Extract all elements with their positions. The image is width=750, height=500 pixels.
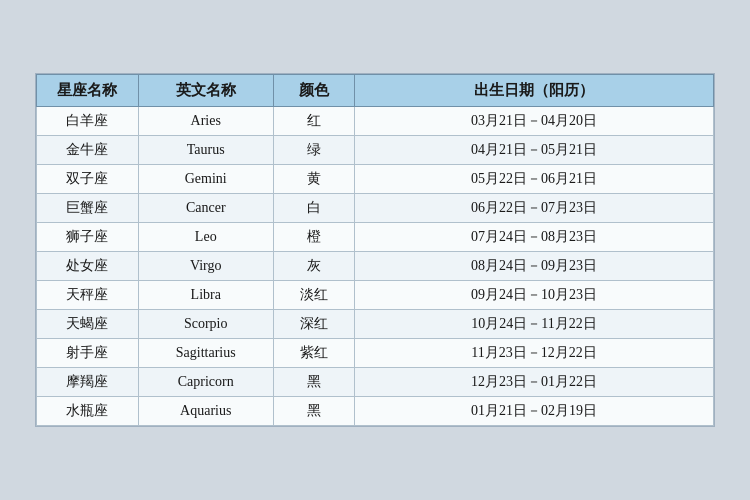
table-row: 处女座Virgo灰08月24日－09月23日 bbox=[37, 252, 714, 281]
table-row: 水瓶座Aquarius黑01月21日－02月19日 bbox=[37, 397, 714, 426]
cell-date: 05月22日－06月21日 bbox=[355, 165, 714, 194]
cell-color: 紫红 bbox=[273, 339, 354, 368]
cell-color: 黑 bbox=[273, 397, 354, 426]
cell-color: 黑 bbox=[273, 368, 354, 397]
cell-cn: 白羊座 bbox=[37, 107, 139, 136]
cell-en: Gemini bbox=[138, 165, 273, 194]
table-body: 白羊座Aries红03月21日－04月20日金牛座Taurus绿04月21日－0… bbox=[37, 107, 714, 426]
table-row: 摩羯座Capricorn黑12月23日－01月22日 bbox=[37, 368, 714, 397]
table-row: 天秤座Libra淡红09月24日－10月23日 bbox=[37, 281, 714, 310]
cell-color: 白 bbox=[273, 194, 354, 223]
cell-color: 深红 bbox=[273, 310, 354, 339]
cell-color: 黄 bbox=[273, 165, 354, 194]
cell-en: Aries bbox=[138, 107, 273, 136]
cell-en: Sagittarius bbox=[138, 339, 273, 368]
table-row: 天蝎座Scorpio深红10月24日－11月22日 bbox=[37, 310, 714, 339]
cell-en: Cancer bbox=[138, 194, 273, 223]
cell-cn: 水瓶座 bbox=[37, 397, 139, 426]
cell-cn: 射手座 bbox=[37, 339, 139, 368]
cell-color: 灰 bbox=[273, 252, 354, 281]
table-row: 白羊座Aries红03月21日－04月20日 bbox=[37, 107, 714, 136]
cell-date: 06月22日－07月23日 bbox=[355, 194, 714, 223]
zodiac-table-container: 星座名称 英文名称 颜色 出生日期（阳历） 白羊座Aries红03月21日－04… bbox=[35, 73, 715, 427]
cell-cn: 处女座 bbox=[37, 252, 139, 281]
cell-date: 01月21日－02月19日 bbox=[355, 397, 714, 426]
cell-en: Leo bbox=[138, 223, 273, 252]
header-en: 英文名称 bbox=[138, 75, 273, 107]
cell-cn: 双子座 bbox=[37, 165, 139, 194]
cell-date: 04月21日－05月21日 bbox=[355, 136, 714, 165]
cell-en: Virgo bbox=[138, 252, 273, 281]
cell-date: 11月23日－12月22日 bbox=[355, 339, 714, 368]
cell-en: Libra bbox=[138, 281, 273, 310]
cell-color: 橙 bbox=[273, 223, 354, 252]
cell-cn: 天秤座 bbox=[37, 281, 139, 310]
cell-cn: 金牛座 bbox=[37, 136, 139, 165]
table-row: 金牛座Taurus绿04月21日－05月21日 bbox=[37, 136, 714, 165]
cell-date: 09月24日－10月23日 bbox=[355, 281, 714, 310]
table-row: 射手座Sagittarius紫红11月23日－12月22日 bbox=[37, 339, 714, 368]
table-header-row: 星座名称 英文名称 颜色 出生日期（阳历） bbox=[37, 75, 714, 107]
cell-color: 绿 bbox=[273, 136, 354, 165]
cell-date: 07月24日－08月23日 bbox=[355, 223, 714, 252]
cell-cn: 狮子座 bbox=[37, 223, 139, 252]
cell-date: 08月24日－09月23日 bbox=[355, 252, 714, 281]
cell-color: 红 bbox=[273, 107, 354, 136]
cell-color: 淡红 bbox=[273, 281, 354, 310]
table-row: 双子座Gemini黄05月22日－06月21日 bbox=[37, 165, 714, 194]
cell-en: Aquarius bbox=[138, 397, 273, 426]
header-color: 颜色 bbox=[273, 75, 354, 107]
cell-cn: 摩羯座 bbox=[37, 368, 139, 397]
table-row: 巨蟹座Cancer白06月22日－07月23日 bbox=[37, 194, 714, 223]
cell-date: 10月24日－11月22日 bbox=[355, 310, 714, 339]
cell-cn: 巨蟹座 bbox=[37, 194, 139, 223]
cell-date: 03月21日－04月20日 bbox=[355, 107, 714, 136]
cell-date: 12月23日－01月22日 bbox=[355, 368, 714, 397]
cell-cn: 天蝎座 bbox=[37, 310, 139, 339]
header-cn: 星座名称 bbox=[37, 75, 139, 107]
header-date: 出生日期（阳历） bbox=[355, 75, 714, 107]
zodiac-table: 星座名称 英文名称 颜色 出生日期（阳历） 白羊座Aries红03月21日－04… bbox=[36, 74, 714, 426]
cell-en: Scorpio bbox=[138, 310, 273, 339]
cell-en: Taurus bbox=[138, 136, 273, 165]
cell-en: Capricorn bbox=[138, 368, 273, 397]
table-row: 狮子座Leo橙07月24日－08月23日 bbox=[37, 223, 714, 252]
